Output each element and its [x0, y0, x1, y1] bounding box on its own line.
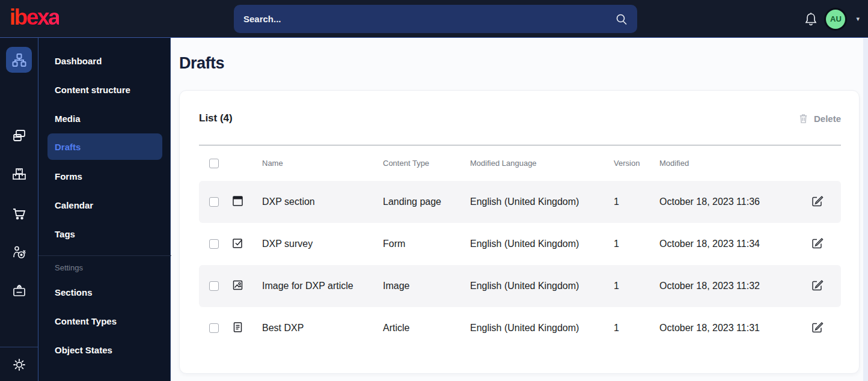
edit-icon[interactable]: [811, 321, 824, 334]
page-title: Drafts: [179, 54, 224, 73]
rail-item-pages[interactable]: [0, 128, 38, 144]
sidebar-item-label: Media: [55, 114, 81, 124]
list-title: List (4): [199, 112, 233, 124]
cell-content-type: Form: [383, 239, 470, 249]
rail-item-personalization[interactable]: [0, 245, 38, 260]
sidebar-icon-rail: [0, 38, 38, 381]
cell-name: Best DXP: [262, 323, 383, 334]
cell-version: 1: [614, 281, 659, 291]
sidebar-item-label: Content Types: [55, 316, 117, 326]
delete-button[interactable]: Delete: [798, 113, 841, 124]
sidebar-item-tags[interactable]: Tags: [38, 219, 171, 248]
cell-modified: October 18, 2023 11:32: [659, 281, 807, 291]
sidebar-item-label: Object States: [55, 345, 112, 355]
sidebar-item-sections[interactable]: Sections: [38, 278, 171, 306]
delete-label: Delete: [814, 114, 841, 124]
edit-icon[interactable]: [811, 279, 824, 291]
search-icon[interactable]: [616, 13, 628, 25]
cell-modified: October 18, 2023 11:31: [659, 323, 807, 334]
sidebar-item-media[interactable]: Media: [38, 104, 171, 133]
cell-name: DXP section: [262, 197, 383, 207]
notifications-bell-icon[interactable]: [804, 12, 818, 26]
cell-language: English (United Kingdom): [470, 239, 614, 249]
sidebar-item-label: Sections: [55, 287, 93, 297]
cell-modified: October 18, 2023 11:34: [659, 239, 807, 249]
table-header-row: Name Content Type Modified Language Vers…: [199, 145, 841, 181]
user-menu-chevron-down-icon[interactable]: ▾: [854, 13, 862, 25]
topbar-actions: AU ▾: [804, 0, 862, 38]
column-header-modified: Modified: [659, 159, 807, 168]
drafts-list-card: List (4) Delete Name Content Type Modifi…: [179, 90, 860, 374]
column-header-content-type: Content Type: [383, 159, 470, 168]
list-header: List (4) Delete: [199, 112, 841, 124]
drafts-table: Name Content Type Modified Language Vers…: [199, 145, 841, 349]
article-icon: [232, 322, 243, 333]
table-row[interactable]: DXP survey Form English (United Kingdom)…: [199, 223, 841, 265]
trash-icon: [798, 113, 808, 124]
cell-version: 1: [614, 323, 659, 334]
column-header-version: Version: [614, 159, 659, 168]
settings-section-divider: [38, 255, 171, 256]
sidebar-item-dashboard[interactable]: Dashboard: [38, 46, 171, 75]
topbar: ibexa AU ▾: [0, 0, 868, 38]
table-row[interactable]: DXP section Landing page English (United…: [199, 181, 841, 223]
ibexa-logo[interactable]: ibexa: [10, 6, 59, 32]
row-checkbox[interactable]: [209, 281, 219, 291]
personalization-icon: [11, 245, 27, 260]
rail-item-products[interactable]: [0, 166, 38, 182]
row-checkbox[interactable]: [209, 197, 219, 207]
select-all-checkbox[interactable]: [209, 159, 219, 168]
sidebar-menu-panel: Dashboard Content structure Media Drafts…: [38, 38, 171, 381]
global-search: [234, 5, 637, 33]
sidebar-item-drafts[interactable]: Drafts: [47, 133, 162, 160]
sidebar-item-label: Dashboard: [55, 56, 102, 66]
user-avatar[interactable]: AU: [826, 10, 845, 29]
vertical-scrollbar[interactable]: [863, 38, 868, 381]
row-checkbox[interactable]: [209, 323, 219, 333]
rail-item-settings[interactable]: [0, 357, 38, 373]
rail-item-badge[interactable]: [0, 283, 38, 299]
main-content: Drafts List (4) Delete Name Content Type…: [171, 38, 868, 381]
sidebar-item-forms[interactable]: Forms: [38, 162, 171, 190]
sidebar-item-content-types[interactable]: Content Types: [38, 306, 171, 335]
cell-language: English (United Kingdom): [470, 323, 614, 334]
sidebar-item-label: Calendar: [55, 200, 93, 210]
cell-name: DXP survey: [262, 239, 383, 249]
cell-language: English (United Kingdom): [470, 281, 614, 291]
cart-icon: [11, 206, 27, 221]
settings-gear-icon: [11, 357, 27, 373]
column-header-name: Name: [262, 159, 383, 168]
sidebar-item-label: Content structure: [55, 85, 130, 95]
cell-version: 1: [614, 239, 659, 249]
rail-divider: [0, 347, 38, 347]
column-header-modified-language: Modified Language: [470, 159, 614, 168]
edit-icon[interactable]: [811, 195, 824, 207]
cell-name: Image for DXP article: [262, 281, 383, 291]
rail-item-commerce[interactable]: [0, 206, 38, 221]
sidebar-item-label: Tags: [55, 229, 75, 239]
landing-page-icon: [232, 195, 243, 207]
table-row[interactable]: Image for DXP article Image English (Uni…: [199, 265, 841, 307]
sidebar-item-object-states[interactable]: Object States: [38, 335, 171, 364]
form-check-icon: [232, 237, 243, 249]
pages-icon: [11, 128, 27, 144]
id-badge-icon: [11, 283, 27, 299]
cell-version: 1: [614, 197, 659, 207]
product-boxes-icon: [11, 166, 27, 182]
sidebar-item-label: Forms: [55, 171, 82, 181]
rail-item-content[interactable]: [6, 47, 32, 73]
cell-content-type: Landing page: [383, 197, 470, 207]
row-checkbox[interactable]: [209, 239, 219, 249]
cell-modified: October 18, 2023 11:36: [659, 197, 807, 207]
cell-content-type: Image: [383, 281, 470, 291]
sidebar-item-content-structure[interactable]: Content structure: [38, 75, 171, 104]
table-row[interactable]: Best DXP Article English (United Kingdom…: [199, 307, 841, 349]
edit-icon[interactable]: [811, 237, 824, 249]
sidebar-item-calendar[interactable]: Calendar: [38, 190, 171, 219]
sidebar-item-label: Drafts: [55, 142, 81, 152]
image-icon: [232, 279, 243, 291]
ibexa-admin-app: ibexa AU ▾: [0, 0, 868, 381]
settings-section-caption: Settings: [55, 263, 83, 272]
search-input[interactable]: [243, 14, 616, 24]
cell-content-type: Article: [383, 323, 470, 334]
